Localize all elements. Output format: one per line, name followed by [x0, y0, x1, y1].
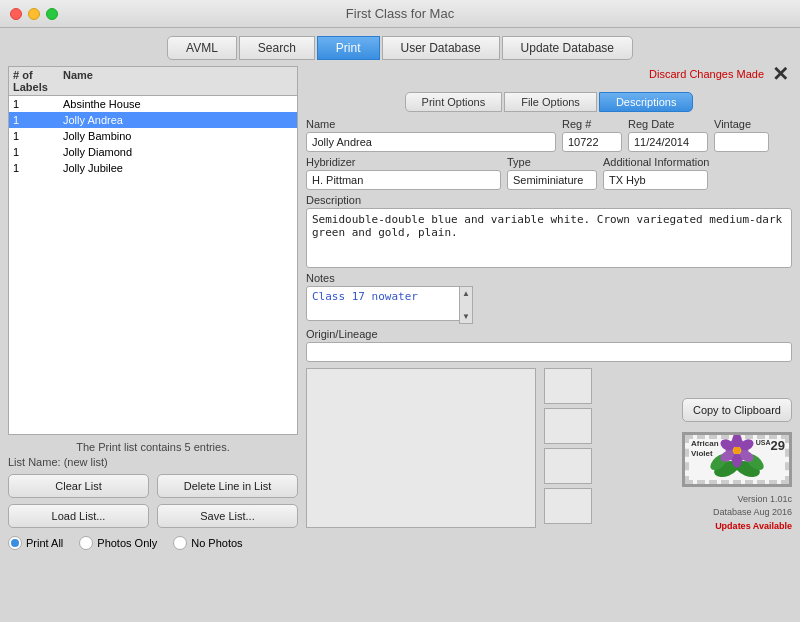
updates-available-label: Updates Available	[713, 520, 792, 534]
plant-list[interactable]: 1 Absinthe House 1 Jolly Andrea 1 Jolly …	[8, 95, 298, 435]
delete-line-button[interactable]: Delete Line in List	[157, 474, 298, 498]
svg-point-12	[733, 447, 740, 454]
stamp-text: African Violet	[691, 439, 719, 458]
addinfo-label: Additional Information	[603, 156, 709, 168]
tab-print-options[interactable]: Print Options	[405, 92, 503, 112]
type-label: Type	[507, 156, 597, 168]
stamp-denomination: USA 29	[756, 439, 785, 452]
print-mode-options: Print All Photos Only No Photos	[8, 536, 298, 550]
col-header-labels: # of Labels	[13, 69, 63, 93]
tab-avml[interactable]: AVML	[167, 36, 237, 60]
close-button[interactable]	[10, 8, 22, 20]
sub-tabs: Print Options File Options Descriptions	[306, 92, 792, 112]
col-header-name: Name	[63, 69, 293, 93]
tab-print[interactable]: Print	[317, 36, 380, 60]
regdate-input[interactable]	[628, 132, 708, 152]
descriptions-form: Name Reg # Reg Date Vintage	[306, 118, 792, 616]
photo-thumb-3[interactable]	[544, 448, 592, 484]
tab-update-database[interactable]: Update Database	[502, 36, 633, 60]
notes-label: Notes	[306, 272, 335, 284]
tab-file-options[interactable]: File Options	[504, 92, 597, 112]
name-label: Name	[306, 118, 556, 130]
photo-thumbnails	[544, 368, 594, 533]
right-actions: Copy to Clipboard African Violet USA	[602, 368, 792, 533]
photo-thumb-1[interactable]	[544, 368, 592, 404]
maximize-button[interactable]	[46, 8, 58, 20]
table-row[interactable]: 1 Absinthe House	[9, 96, 297, 112]
tab-descriptions[interactable]: Descriptions	[599, 92, 694, 112]
photo-thumb-2[interactable]	[544, 408, 592, 444]
name-input[interactable]	[306, 132, 556, 152]
photo-thumb-4[interactable]	[544, 488, 592, 524]
left-panel: # of Labels Name 1 Absinthe House 1 Joll…	[8, 66, 298, 616]
window-title: First Class for Mac	[346, 6, 454, 21]
right-panel: Discard Changes Made ✕ Print Options Fil…	[306, 66, 792, 616]
save-list-button[interactable]: Save List...	[157, 504, 298, 528]
notes-textarea[interactable]	[306, 286, 473, 321]
nav-tabs: AVML Search Print User Database Update D…	[0, 28, 800, 66]
close-icon[interactable]: ✕	[768, 66, 792, 86]
vintage-input[interactable]	[714, 132, 769, 152]
reg-input[interactable]	[562, 132, 622, 152]
tab-user-database[interactable]: User Database	[382, 36, 500, 60]
load-list-button[interactable]: Load List...	[8, 504, 149, 528]
notes-scrollbar[interactable]: ▲ ▼	[459, 286, 473, 324]
origin-label: Origin/Lineage	[306, 328, 378, 340]
hybridizer-input[interactable]	[306, 170, 501, 190]
table-row[interactable]: 1 Jolly Diamond	[9, 144, 297, 160]
tab-search[interactable]: Search	[239, 36, 315, 60]
table-row[interactable]: 1 Jolly Bambino	[9, 128, 297, 144]
description-textarea[interactable]	[306, 208, 792, 268]
reg-label: Reg #	[562, 118, 622, 130]
description-label: Description	[306, 194, 361, 206]
discard-label: Discard Changes Made	[649, 68, 764, 80]
radio-photos-only-indicator	[79, 536, 93, 550]
radio-print-all[interactable]: Print All	[8, 536, 63, 550]
radio-no-photos-indicator	[173, 536, 187, 550]
table-row[interactable]: 1 Jolly Jubilee	[9, 160, 297, 176]
clear-list-button[interactable]: Clear List	[8, 474, 149, 498]
list-name: List Name: (new list)	[8, 456, 298, 468]
type-input[interactable]	[507, 170, 597, 190]
radio-no-photos[interactable]: No Photos	[173, 536, 242, 550]
radio-photos-only[interactable]: Photos Only	[79, 536, 157, 550]
regdate-label: Reg Date	[628, 118, 708, 130]
main-photo[interactable]	[306, 368, 536, 528]
list-info: The Print list contains 5 entries.	[8, 441, 298, 453]
bottom-area: Copy to Clipboard African Violet USA	[306, 368, 792, 533]
addinfo-input[interactable]	[603, 170, 708, 190]
origin-input[interactable]	[306, 342, 792, 362]
radio-print-all-indicator	[8, 536, 22, 550]
table-row[interactable]: 1 Jolly Andrea	[9, 112, 297, 128]
vintage-label: Vintage	[714, 118, 769, 130]
minimize-button[interactable]	[28, 8, 40, 20]
stamp: African Violet USA 29	[682, 432, 792, 487]
version-info: Version 1.01c Database Aug 2016 Updates …	[713, 493, 792, 534]
table-header: # of Labels Name	[8, 66, 298, 95]
title-bar: First Class for Mac	[0, 0, 800, 28]
copy-clipboard-button[interactable]: Copy to Clipboard	[682, 398, 792, 422]
hybridizer-label: Hybridizer	[306, 156, 501, 168]
